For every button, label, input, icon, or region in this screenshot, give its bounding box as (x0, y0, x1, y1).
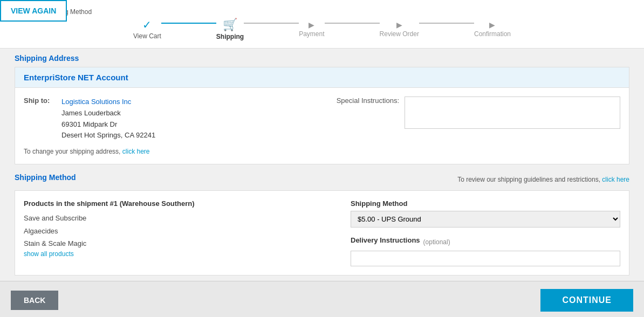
arrow-review-icon: ▶ (396, 20, 402, 29)
list-item: Save and Subscribe (24, 212, 329, 224)
address-city: Desert Hot Springs, CA 92241 (61, 130, 155, 141)
address-line1: 69301 Midpark Dr (61, 119, 155, 130)
shipment-card: Products in the shipment #1 (Warehouse S… (15, 190, 629, 275)
special-instructions-section: Special Instructions: (337, 97, 620, 129)
step-review-order: ▶ Review Order (380, 20, 419, 38)
shipment-options: Shipping Method $5.00 - UPS Ground Deliv… (351, 199, 620, 266)
delivery-instructions-label: Delivery Instructions (351, 236, 420, 244)
step-review-label: Review Order (380, 30, 419, 38)
arrow-payment-icon: ▶ (309, 20, 314, 29)
shipment-title: Products in the shipment #1 (Warehouse S… (24, 199, 329, 208)
step-shipping-label: Shipping (216, 33, 244, 40)
shipping-address-body: Ship to: Logistica Solutions Inc James L… (15, 88, 629, 164)
breadcrumb-nav: Shipping Method ✓ View Cart 🛒 Shipping ▶… (11, 8, 633, 40)
step-payment-label: Payment (299, 30, 324, 38)
change-address-link[interactable]: click here (122, 148, 150, 155)
shipping-method-select[interactable]: $5.00 - UPS Ground (351, 211, 620, 228)
checkout-steps: ✓ View Cart 🛒 Shipping ▶ Payment ▶ Revie… (133, 18, 511, 40)
view-again-button[interactable]: VIEW AGAIN (0, 0, 67, 22)
account-name: EnterpriStore NET Account (15, 67, 629, 88)
arrow-confirmation-icon: ▶ (489, 20, 495, 29)
guidelines-link[interactable]: click here (602, 176, 629, 183)
back-button[interactable]: BACK (11, 291, 58, 310)
shipping-guidelines: To review our shipping guidelines and re… (457, 176, 629, 183)
shipping-address-card: EnterpriStore NET Account Ship to: Logis… (15, 67, 629, 164)
step-payment: ▶ Payment (299, 20, 324, 38)
ship-to-label: Ship to: (24, 97, 56, 141)
change-address-text: To change your shipping address, click h… (24, 148, 620, 155)
shipment-inner: Products in the shipment #1 (Warehouse S… (15, 191, 629, 275)
special-instructions-label: Special Instructions: (337, 97, 399, 105)
list-item: Stain & Scale Magic (24, 237, 329, 250)
show-all-products-link[interactable]: show all products (24, 250, 74, 258)
special-instructions-textarea[interactable] (405, 97, 620, 129)
optional-text: (optional) (423, 238, 450, 246)
bottom-bar: BACK CONTINUE (0, 281, 644, 317)
delivery-instructions-input[interactable] (351, 251, 620, 266)
address-block: Logistica Solutions Inc James Louderback… (61, 97, 155, 141)
connector-1 (161, 23, 216, 24)
top-bar: VIEW AGAIN Shipping Method ✓ View Cart 🛒… (0, 0, 644, 49)
shipping-method-title: Shipping Method (15, 173, 76, 182)
connector-3 (325, 23, 380, 24)
ship-to-section: Ship to: Logistica Solutions Inc James L… (24, 97, 155, 141)
step-confirmation: ▶ Confirmation (474, 20, 511, 38)
delivery-instructions-row: Delivery Instructions (optional) (351, 236, 620, 247)
connector-4 (419, 23, 474, 24)
list-item: Algaecides (24, 225, 329, 237)
continue-button[interactable]: CONTINUE (540, 289, 633, 312)
checkmark-icon: ✓ (142, 18, 152, 31)
shipping-method-field-label: Shipping Method (351, 199, 620, 208)
product-list: Save and Subscribe Algaecides Stain & Sc… (24, 212, 329, 250)
shipping-method-header: Shipping Method To review our shipping g… (15, 173, 629, 186)
ship-details-row: Ship to: Logistica Solutions Inc James L… (24, 97, 620, 141)
shipping-address-title: Shipping Address (15, 54, 629, 63)
step-confirmation-label: Confirmation (474, 30, 511, 38)
cart-icon: 🛒 (223, 18, 237, 32)
step-shipping: 🛒 Shipping (216, 18, 244, 40)
shipment-products: Products in the shipment #1 (Warehouse S… (24, 199, 329, 266)
connector-2 (244, 23, 299, 24)
step-view-cart-label: View Cart (133, 32, 161, 40)
contact-name: James Louderback (61, 108, 155, 119)
main-content: Shipping Address EnterpriStore NET Accou… (4, 49, 640, 281)
company-name: Logistica Solutions Inc (61, 97, 155, 108)
step-view-cart: ✓ View Cart (133, 18, 161, 40)
